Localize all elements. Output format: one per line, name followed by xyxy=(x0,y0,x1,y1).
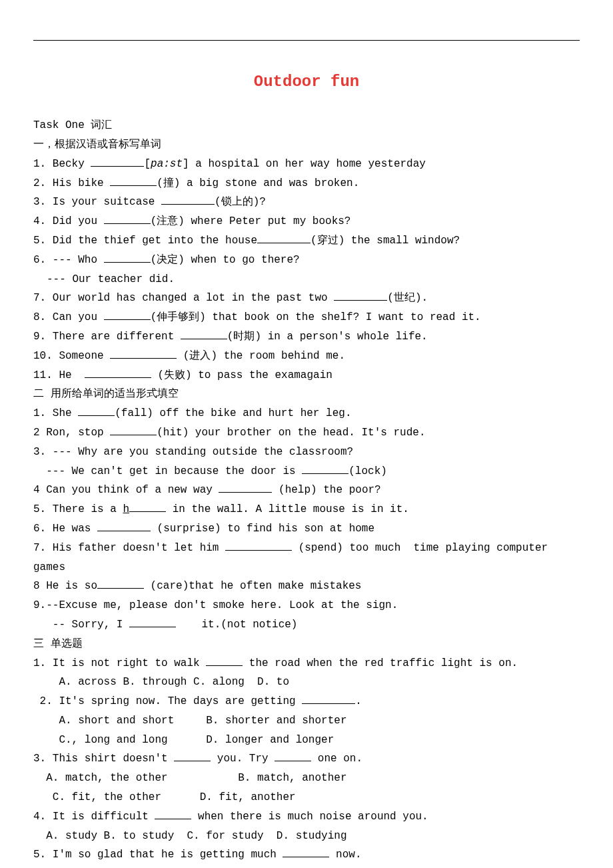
blank xyxy=(110,175,157,186)
page-title: Outdoor fun xyxy=(33,67,580,96)
s3-q4-opts: A. study B. to study C. for study D. stu… xyxy=(33,827,580,846)
s1-item-4: 4. Did you (注意) where Peter put my books… xyxy=(33,212,580,231)
s3-q2-opts-a: A. short and short B. shorter and shorte… xyxy=(33,711,580,731)
blank xyxy=(181,328,227,339)
s2-item-2: 2 Ron, stop (hit) your brother on the he… xyxy=(33,423,580,443)
s3-q1-opts: A. across B. through C. along D. to xyxy=(33,673,580,692)
blank xyxy=(225,539,292,551)
task-label: Task One 词汇 xyxy=(33,116,580,135)
blank xyxy=(174,750,211,761)
blank xyxy=(302,693,355,704)
s2-item-3b: --- We can't get in because the door is … xyxy=(33,462,580,481)
blank xyxy=(155,808,191,819)
blank xyxy=(257,232,310,243)
blank xyxy=(104,309,151,320)
s1-item-1: 1. Becky [pa:st] a hospital on her way h… xyxy=(33,155,580,174)
blank xyxy=(85,367,151,378)
s3-q3-opts-b: C. fit, the other D. fit, another xyxy=(33,788,580,807)
s3-q5-opts: A. good B. better C. best D. well xyxy=(33,865,580,868)
blank xyxy=(129,501,166,512)
blank xyxy=(97,577,144,589)
s1-item-11: 11. He (失败) to pass the examagain xyxy=(33,366,580,385)
s2-item-5: 5. There is a h in the wall. A little mo… xyxy=(33,500,580,519)
s1-item-5: 5. Did the thief get into the house(穿过) … xyxy=(33,231,580,251)
blank xyxy=(129,616,176,627)
blank xyxy=(275,750,311,761)
s3-q5: 5. I'm so glad that he is getting much n… xyxy=(33,845,580,865)
s1-item-9: 9. There are different (时期) in a person'… xyxy=(33,327,580,347)
s2-item-9b: -- Sorry, I it.(not notice) xyxy=(33,615,580,635)
s2-item-3a: 3. --- Why are you standing outside the … xyxy=(33,443,580,462)
s1-item-6: 6. --- Who (决定) when to go there? xyxy=(33,251,580,270)
s3-q4: 4. It is difficult when there is much no… xyxy=(33,807,580,827)
blank xyxy=(161,193,215,205)
s3-q3: 3. This shirt doesn't you. Try one on. xyxy=(33,749,580,769)
s3-q1: 1. It is not right to walk the road when… xyxy=(33,654,580,673)
s2-item-6: 6. He was (surprise) to find his son at … xyxy=(33,519,580,539)
s3-q3-opts-a: A. match, the other B. match, another xyxy=(33,769,580,788)
s1-item-6-sub: --- Our teacher did. xyxy=(33,270,580,289)
section1-heading: 一，根据汉语或音标写单词 xyxy=(33,135,580,155)
blank xyxy=(110,347,177,359)
blank xyxy=(206,655,243,666)
blank xyxy=(334,289,387,301)
s2-item-7: 7. His father doesn't let him (spend) to… xyxy=(33,539,580,577)
blank xyxy=(302,463,348,474)
section3-heading: 三 单选题 xyxy=(33,635,580,654)
blank xyxy=(91,155,144,167)
blank xyxy=(104,251,151,263)
s1-item-8: 8. Can you (伸手够到) that book on the shelf… xyxy=(33,308,580,327)
s2-item-8: 8 He is so (care)that he often make mist… xyxy=(33,577,580,596)
s2-item-1: 1. She (fall) off the bike and hurt her … xyxy=(33,404,580,423)
section2-heading: 二 用所给单词的适当形式填空 xyxy=(33,385,580,404)
top-rule xyxy=(33,40,580,41)
s3-q2-opts-b: C., long and long D. longer and longer xyxy=(33,731,580,750)
blank xyxy=(78,405,115,416)
s3-q2: 2. It's spring now. The days are getting… xyxy=(33,692,580,711)
s1-item-7: 7. Our world has changed a lot in the pa… xyxy=(33,289,580,308)
blank xyxy=(283,846,329,857)
blank xyxy=(219,481,272,493)
s1-item-2: 2. His bike (撞) a big stone and was brok… xyxy=(33,174,580,193)
s2-item-9a: 9.--Excuse me, please don't smoke here. … xyxy=(33,596,580,615)
s1-item-3: 3. Is your suitcase (锁上的)? xyxy=(33,193,580,212)
s2-item-4: 4 Can you think of a new way (help) the … xyxy=(33,481,580,500)
blank xyxy=(104,213,151,224)
blank xyxy=(110,424,157,435)
blank xyxy=(97,520,151,531)
s1-item-10: 10. Someone (进入) the room behind me. xyxy=(33,347,580,366)
